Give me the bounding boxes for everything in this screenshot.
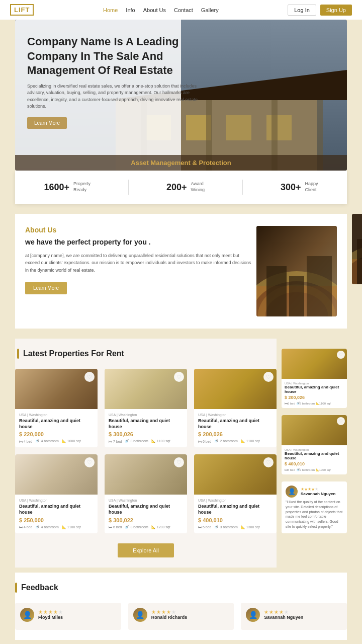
feedback-card-2: 👤 ★★★★★ Savannah Nguyen [241, 603, 347, 630]
sidebar-property-card-0: ♡ USA | Washington Beautiful, amazing an… [282, 349, 347, 408]
hero-description: Specializing in diversified real estate … [27, 83, 202, 110]
prop-sqft-1: 📐 1100 sqf [151, 439, 170, 443]
property-title-1: Beautiful, amazing and quiet house [109, 418, 183, 430]
feedback-reviewer-name-2: Savannah Nguyen [264, 615, 303, 620]
feedback-reviewer-row-0: 👤 ★★★★★ Floyd Miles [20, 608, 116, 622]
feedback-reviewer-row-1: 👤 ★★★★★ Ronald Richards [133, 608, 229, 622]
fb-star-0-3: ★ [48, 609, 53, 615]
feedback-reviewer-info-2: ★★★★★ Savannah Nguyen [264, 609, 303, 620]
fb-star-1-3: ★ [161, 609, 166, 615]
stat-number-1: 1600+ [44, 182, 69, 193]
feedback-avatar-2: 👤 [246, 608, 260, 622]
property-heart-0[interactable]: ♡ [84, 372, 95, 382]
properties-grid: ♡ USA | Washington Beautiful, amazing an… [15, 369, 277, 533]
prop-beds-2: 🛏 6 bed [198, 439, 211, 443]
property-title-2: Beautiful, amazing and quiet house [198, 418, 273, 430]
property-price-4: $ 300,022 [109, 517, 183, 523]
property-heart-2[interactable]: ♡ [263, 372, 274, 382]
prop-beds-4: 🛏 6 bed [109, 525, 122, 529]
feedback-stars-1: ★★★★★ [151, 609, 188, 615]
stat-divider-1 [128, 180, 129, 195]
feedback-grid: 👤 ★★★★★ Floyd Miles 👤 ★★★★★ Ronald Richa… [15, 603, 347, 630]
sidebar-prop-heart-0[interactable]: ♡ [337, 351, 345, 359]
prop-beds-5: 🛏 5 bed [198, 525, 211, 529]
sidebar-prop-price-1: $ 400,010 [285, 461, 344, 466]
fb-star-1-2: ★ [156, 609, 161, 615]
signup-button[interactable]: Sign Up [320, 5, 352, 16]
property-card-1: ♡ USA | Washington Beautiful, amazing an… [105, 369, 187, 447]
sidebar-star-4: ★ [311, 487, 315, 492]
nav-contact[interactable]: Contact [174, 7, 193, 13]
about-section: About Us we have the perfect property fo… [15, 214, 347, 329]
sidebar-prop-info-0: USA | Washington Beautiful, amazing and … [282, 379, 347, 408]
sidebar-reviewer-card: 👤 ★★★★★ Savannah Nguyen "I liked the qua… [282, 481, 347, 533]
fb-star-2-5: ★ [284, 609, 289, 615]
property-info-1: USA | Washington Beautiful, amazing and … [105, 409, 187, 447]
sidebar-prop-price-0: $ 200,026 [285, 395, 344, 400]
fb-star-1-5: ★ [171, 609, 176, 615]
sidebar-reviewer-name: Savannah Nguyen [301, 492, 335, 496]
feedback-title: Feedback [15, 583, 347, 593]
property-info-3: USA | Washington Beautiful, amazing and … [15, 495, 98, 533]
stats-bar: 1600+ PropertyReady 200+ AwardWining 300… [15, 171, 347, 204]
prop-bath-4: 🚿 3 bathroom [125, 525, 148, 529]
svg-rect-18 [289, 276, 304, 316]
sidebar-reviewer-text: "I liked the quality of the content on y… [286, 500, 343, 529]
explore-all-button[interactable]: Explore All [118, 543, 174, 557]
prop-beds-0: 🛏 4 bed [19, 439, 32, 443]
stat-property-ready: 1600+ PropertyReady [44, 181, 90, 193]
property-location-1: USA | Washington [109, 413, 183, 417]
hero-title: Company Name Is A Leading Company In The… [27, 35, 202, 78]
sidebar-prop-title-0: Beautiful, amazing and quiet house [285, 385, 344, 394]
stat-label-3: HappyClient [305, 181, 318, 193]
prop-sqft-5: 📐 1300 sqf [241, 525, 260, 529]
prop-beds-1: 🛏 7 bed [109, 439, 122, 443]
fb-star-0-4: ★ [53, 609, 58, 615]
property-info-5: USA | Washington Beautiful, amazing and … [194, 495, 277, 533]
properties-layout: Latest Properties For Rent ♡ USA | Washi… [15, 339, 347, 568]
nav-info[interactable]: Info [126, 7, 135, 13]
feedback-card-0: 👤 ★★★★★ Floyd Miles [15, 603, 121, 630]
stat-label-2: AwardWining [191, 181, 205, 193]
sidebar-prop-heart-1[interactable]: ♡ [337, 417, 345, 425]
fb-star-0-2: ★ [43, 609, 48, 615]
stat-divider-2 [242, 180, 243, 195]
sidebar-prop-info-1: USA | Washington Beautiful, amazing and … [282, 445, 347, 474]
property-heart-1[interactable]: ♡ [174, 372, 184, 382]
property-image-5: ♡ [194, 454, 277, 495]
property-features-0: 🛏 4 bed 🚿 4 bathroom 📐 1000 sqf [19, 439, 94, 443]
property-features-4: 🛏 6 bed 🚿 3 bathroom 📐 1200 sqf [109, 525, 183, 529]
property-card-0: ♡ USA | Washington Beautiful, amazing an… [15, 369, 98, 447]
nav-buttons: Log In Sign Up [288, 5, 352, 16]
property-price-0: $ 220,000 [19, 431, 94, 437]
property-price-5: $ 400,010 [198, 517, 273, 523]
prop-bath-2: 🚿 2 bathroom [214, 439, 237, 443]
property-image-2: ♡ [194, 369, 277, 409]
fb-star-2-4: ★ [279, 609, 284, 615]
sidebar-reviewer-avatar: 👤 [286, 486, 298, 498]
stat-award-wining: 200+ AwardWining [166, 181, 205, 193]
hero-bottom-bar: Asset Management & Protection [15, 155, 347, 171]
hero-learn-more-button[interactable]: Learn More [27, 117, 67, 129]
property-features-3: 🛏 4 bed 🚿 4 bathroom 📐 1100 sqf [19, 525, 94, 529]
stat-label-1: PropertyReady [73, 181, 90, 193]
sidebar-prop-image-wrap-1: ♡ [282, 415, 347, 445]
nav-about[interactable]: About Us [143, 7, 166, 13]
nav-gallery[interactable]: Gallery [201, 7, 219, 13]
sidebar-prop-features-0: 🛏6 bed 🚿2 bathroom 📐1100 sqf [285, 401, 344, 405]
sidebar-reviewer-row: 👤 ★★★★★ Savannah Nguyen [286, 486, 343, 498]
feedback-reviewer-name-0: Floyd Miles [38, 615, 63, 620]
about-learn-more-button[interactable]: Learn More [25, 282, 67, 294]
property-location-4: USA | Washington [109, 499, 183, 502]
svg-rect-17 [307, 256, 332, 316]
nav-home[interactable]: Home [103, 7, 118, 13]
login-button[interactable]: Log In [288, 5, 316, 16]
about-building-image [256, 226, 337, 316]
right-sidebar: ♡ USA | Washington Beautiful, amazing an… [282, 339, 347, 568]
stat-number-2: 200+ [166, 182, 187, 193]
feedback-reviewer-info-1: ★★★★★ Ronald Richards [151, 609, 188, 620]
property-location-0: USA | Washington [19, 413, 94, 417]
fb-star-2-2: ★ [269, 609, 274, 615]
property-location-3: USA | Washington [19, 499, 94, 502]
prop-beds-3: 🛏 4 bed [19, 525, 32, 529]
